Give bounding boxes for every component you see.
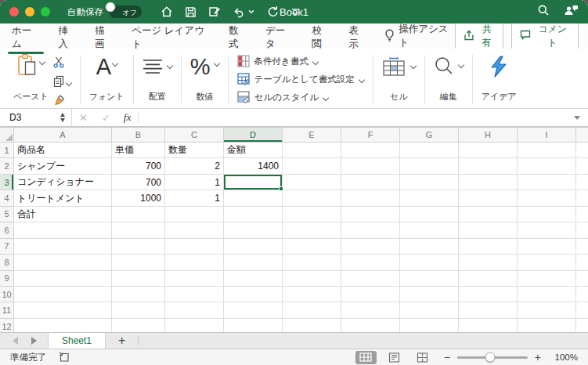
- cell-D5[interactable]: [224, 207, 283, 222]
- copy-button[interactable]: [53, 75, 71, 90]
- cell-G8[interactable]: [400, 255, 459, 270]
- tell-me-assist[interactable]: 操作アシスト: [384, 23, 455, 49]
- normal-view-button[interactable]: [355, 351, 377, 364]
- minimize-button[interactable]: [25, 7, 34, 16]
- cell-E11[interactable]: [283, 302, 341, 318]
- next-sheet-icon[interactable]: [31, 337, 37, 345]
- cell-A8[interactable]: [14, 255, 112, 270]
- cell-A6[interactable]: [14, 222, 112, 238]
- cell-A7[interactable]: [14, 239, 112, 255]
- column-header-I[interactable]: I: [518, 128, 576, 143]
- cell-A11[interactable]: [14, 302, 112, 318]
- name-box-stepper[interactable]: [60, 113, 67, 122]
- cell-F12[interactable]: [341, 319, 400, 332]
- cell-B3[interactable]: 700: [112, 175, 165, 190]
- row-header-11[interactable]: 11: [0, 302, 14, 318]
- cell-A12[interactable]: [14, 319, 112, 332]
- cell-F9[interactable]: [341, 271, 400, 287]
- macro-record-icon[interactable]: [59, 352, 70, 363]
- expand-formula-bar-icon[interactable]: [566, 116, 588, 120]
- cell-D11[interactable]: [224, 302, 283, 318]
- cell-F10[interactable]: [341, 287, 400, 302]
- formula-input[interactable]: [139, 109, 566, 126]
- cell-G12[interactable]: [400, 319, 459, 332]
- row-header-3[interactable]: 3: [0, 175, 14, 190]
- row-header-1[interactable]: 1: [0, 143, 14, 158]
- cell-F3[interactable]: [341, 175, 400, 190]
- prev-sheet-icon[interactable]: [13, 337, 18, 345]
- cell-I4[interactable]: [518, 190, 576, 206]
- row-header-8[interactable]: 8: [0, 255, 14, 270]
- cell-D7[interactable]: [224, 239, 283, 255]
- format-as-table-button[interactable]: テーブルとして書式設定: [237, 73, 364, 87]
- contact-icon[interactable]: [564, 4, 579, 20]
- cell-D1[interactable]: 金額: [224, 143, 283, 158]
- name-box[interactable]: D3: [0, 109, 72, 126]
- cell-E8[interactable]: [283, 255, 341, 270]
- cell-styles-button[interactable]: セルのスタイル: [237, 91, 328, 105]
- cell-B6[interactable]: [112, 222, 165, 238]
- alignment-group[interactable]: 配置: [135, 51, 179, 107]
- cell-C1[interactable]: 数量: [165, 143, 224, 158]
- column-header-G[interactable]: G: [400, 128, 459, 143]
- cell-B4[interactable]: 1000: [112, 190, 165, 206]
- cell-C9[interactable]: [165, 271, 224, 287]
- cell-G11[interactable]: [400, 302, 459, 318]
- cut-button[interactable]: [53, 56, 64, 71]
- cell-C8[interactable]: [165, 255, 224, 270]
- paste-button[interactable]: ペースト: [13, 53, 49, 106]
- cell-C4[interactable]: 1: [165, 190, 224, 206]
- font-group[interactable]: A フォント: [82, 51, 132, 107]
- cell-C12[interactable]: [165, 319, 224, 332]
- cell-B1[interactable]: 単価: [112, 143, 165, 158]
- cell-E10[interactable]: [283, 287, 341, 302]
- cell-B2[interactable]: 700: [112, 158, 165, 174]
- more-commands-icon[interactable]: [290, 8, 300, 16]
- zoom-percentage[interactable]: 100%: [551, 352, 578, 362]
- cell-I1[interactable]: [518, 143, 576, 158]
- cell-E6[interactable]: [283, 222, 341, 238]
- cell-I7[interactable]: [518, 239, 576, 255]
- cell-E9[interactable]: [283, 271, 341, 287]
- cell-F7[interactable]: [341, 239, 400, 255]
- cell-H10[interactable]: [459, 287, 518, 302]
- cell-B11[interactable]: [112, 302, 165, 318]
- cell-D4[interactable]: [224, 190, 283, 206]
- cell-D12[interactable]: [224, 319, 283, 332]
- column-header-D[interactable]: D: [224, 128, 283, 143]
- cell-I9[interactable]: [518, 271, 576, 287]
- cell-E7[interactable]: [283, 239, 341, 255]
- cell-C2[interactable]: 2: [165, 158, 224, 174]
- cell-D6[interactable]: [224, 222, 283, 238]
- cell-G10[interactable]: [400, 287, 459, 302]
- save-icon[interactable]: [185, 6, 197, 18]
- cell-C10[interactable]: [165, 287, 224, 302]
- column-header-F[interactable]: F: [341, 128, 400, 143]
- format-painter-button[interactable]: [53, 94, 66, 109]
- edit-document-icon[interactable]: [208, 5, 222, 18]
- cell-F5[interactable]: [341, 207, 400, 222]
- row-header-7[interactable]: 7: [0, 239, 14, 255]
- cell-H9[interactable]: [459, 271, 518, 287]
- add-sheet-button[interactable]: +: [106, 333, 138, 349]
- cell-B9[interactable]: [112, 271, 165, 287]
- cell-C11[interactable]: [165, 302, 224, 318]
- cell-H7[interactable]: [459, 239, 518, 255]
- cell-H2[interactable]: [459, 158, 518, 174]
- cell-C5[interactable]: [165, 207, 224, 222]
- autosave-toggle[interactable]: オフ: [109, 5, 142, 18]
- cell-C7[interactable]: [165, 239, 224, 255]
- cell-I8[interactable]: [518, 255, 576, 270]
- cell-H4[interactable]: [459, 190, 518, 206]
- cell-A1[interactable]: 商品名: [14, 143, 112, 158]
- tab-review[interactable]: 校閲: [309, 17, 333, 55]
- cell-B7[interactable]: [112, 239, 165, 255]
- fill-handle[interactable]: [279, 186, 283, 191]
- editing-group[interactable]: 編集: [427, 51, 471, 107]
- cell-F8[interactable]: [341, 255, 400, 270]
- column-header-E[interactable]: E: [283, 128, 341, 143]
- cell-I3[interactable]: [518, 175, 576, 190]
- cell-H12[interactable]: [459, 319, 518, 332]
- column-header-A[interactable]: A: [14, 128, 112, 143]
- tab-page-layout[interactable]: ページ レイアウト: [129, 17, 213, 55]
